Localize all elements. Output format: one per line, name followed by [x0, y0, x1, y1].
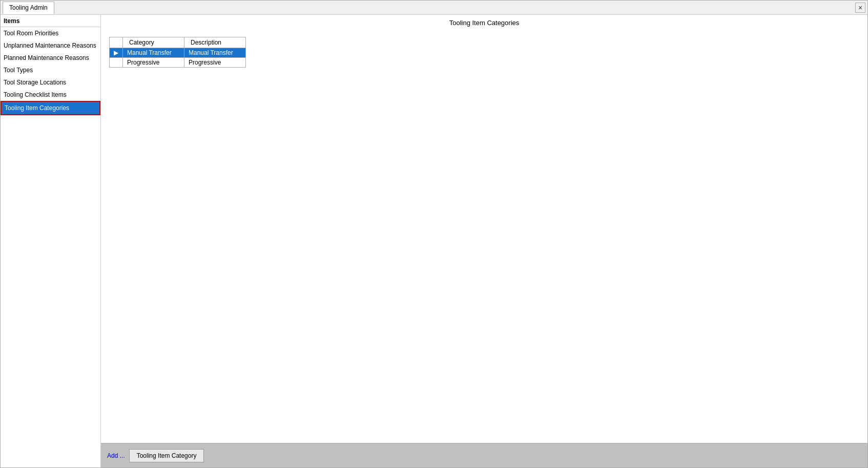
bottom-bar: Add ... Tooling Item Category: [101, 443, 867, 467]
row-category: Manual Transfer: [123, 48, 184, 58]
tooling-admin-tab[interactable]: Tooling Admin: [3, 2, 54, 14]
sidebar-header: Items: [1, 15, 100, 27]
sidebar-header-label: Items: [4, 17, 19, 25]
sidebar-item-planned-maintenance-reasons[interactable]: Planned Maintenance Reasons: [1, 52, 100, 64]
main-panel: Tooling Item Categories Category Descrip…: [101, 15, 867, 467]
row-category: Progressive: [123, 58, 184, 68]
row-description: Progressive: [184, 58, 246, 68]
tab-label: Tooling Admin: [9, 4, 48, 11]
content-area: Items Tool Room PrioritiesUnplanned Main…: [1, 15, 867, 467]
bottom-button-label: Tooling Item Category: [137, 452, 197, 459]
row-indicator: ▶: [110, 48, 123, 58]
sidebar-item-tooling-item-categories[interactable]: Tooling Item Categories: [1, 101, 100, 115]
sidebar-item-unplanned-maintenance-reasons[interactable]: Unplanned Maintenance Reasons: [1, 39, 100, 52]
add-link[interactable]: Add ...: [107, 452, 125, 459]
table-row[interactable]: ProgressiveProgressive: [110, 58, 246, 68]
row-description: Manual Transfer: [184, 48, 246, 58]
table-header-indicator: [110, 37, 123, 48]
tooling-item-category-button[interactable]: Tooling Item Category: [129, 449, 204, 462]
sidebar-item-tooling-checklist-items[interactable]: Tooling Checklist Items: [1, 89, 100, 101]
row-indicator: [110, 58, 123, 68]
sidebar: Items Tool Room PrioritiesUnplanned Main…: [1, 15, 101, 467]
categories-table: Category Description ▶Manual TransferMan…: [109, 37, 246, 68]
sidebar-item-tool-storage-locations[interactable]: Tool Storage Locations: [1, 76, 100, 89]
main-panel-title: Tooling Item Categories: [101, 15, 867, 31]
sidebar-items-container: Tool Room PrioritiesUnplanned Maintenanc…: [1, 27, 100, 115]
table-header-category: Category: [123, 37, 184, 48]
table-body: ▶Manual TransferManual TransferProgressi…: [110, 48, 246, 68]
close-icon: ×: [858, 4, 862, 12]
main-title-label: Tooling Item Categories: [449, 19, 520, 27]
table-header-row: Category Description: [110, 37, 246, 48]
table-header-description: Description: [184, 37, 246, 48]
table-row[interactable]: ▶Manual TransferManual Transfer: [110, 48, 246, 58]
add-link-label: Add ...: [107, 452, 125, 459]
title-bar: Tooling Admin ×: [1, 1, 867, 15]
sidebar-item-tool-types[interactable]: Tool Types: [1, 64, 100, 76]
table-area: Category Description ▶Manual TransferMan…: [101, 31, 867, 443]
main-window: Tooling Admin × Items Tool Room Prioriti…: [0, 0, 868, 468]
sidebar-item-tool-room-priorities[interactable]: Tool Room Priorities: [1, 27, 100, 39]
close-button[interactable]: ×: [855, 3, 865, 13]
